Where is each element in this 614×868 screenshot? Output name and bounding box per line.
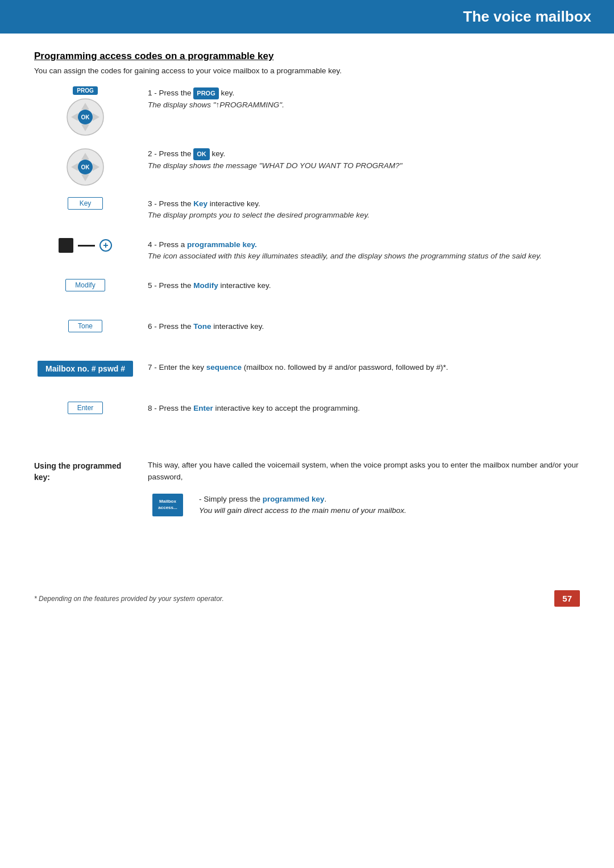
- step-2-icon: OK: [34, 147, 148, 187]
- step-3-plain: 3 - Press the: [148, 199, 193, 208]
- step-5-after: interactive key.: [218, 281, 271, 290]
- step-7-text: 7 - Enter the key sequence (mailbox no. …: [148, 361, 580, 373]
- using-section: Using the programmed key: This way, afte…: [34, 460, 580, 516]
- step-2-text: 2 - Press the OK key. The display shows …: [148, 147, 580, 172]
- mailbox-sequence-display: Mailbox no. # pswd #: [38, 361, 133, 377]
- step-3-text: 3 - Press the Key interactive key. The d…: [148, 197, 580, 222]
- step-1-plain: 1 - Press the: [148, 89, 193, 97]
- step-1-italic: The display shows "↑PROGRAMMING".: [148, 101, 284, 109]
- step-6-plain: 6 - Press the: [148, 322, 193, 331]
- footer: * Depending on the features provided by …: [0, 590, 614, 607]
- nav-pad-svg: OK: [65, 97, 105, 137]
- programmed-key-label: programmed key: [263, 495, 325, 503]
- key-interactive-display: Key: [68, 197, 103, 210]
- step-3-after: interactive key.: [208, 199, 260, 208]
- section-title: Programming access codes on a programmab…: [34, 51, 580, 62]
- mailbox-key-icon: Mailbox access...: [148, 494, 188, 516]
- intro-text: You can assign the codes for gaining acc…: [34, 66, 580, 75]
- modify-interactive-display: Modify: [65, 279, 105, 291]
- step-4-plain: 4 - Press a: [148, 240, 187, 249]
- mailbox-key-line2: access...: [158, 505, 177, 511]
- step-7-after: (mailbox no. followed by # and/or passwo…: [242, 363, 448, 372]
- dash-line-icon: [78, 245, 95, 247]
- step-8-icon: Enter: [34, 402, 148, 414]
- step-8-plain: 8 - Press the: [148, 404, 193, 412]
- step-4-text: 4 - Press a programmable key. The icon a…: [148, 238, 580, 262]
- prog-badge: PROG: [73, 86, 97, 95]
- step-row-3: Key 3 - Press the Key interactive key. T…: [34, 197, 580, 228]
- tone-label-inline: Tone: [193, 322, 211, 331]
- step-5-icon: Modify: [34, 279, 148, 291]
- step-1-after: key.: [219, 89, 235, 97]
- step-6-icon: Tone: [34, 320, 148, 332]
- plus-circle-icon: +: [99, 239, 112, 252]
- using-icon-row: Mailbox access... - Simply press the pro…: [148, 494, 580, 517]
- header-title: The voice mailbox: [463, 8, 591, 25]
- using-label-line2: key:: [34, 473, 50, 482]
- svg-text:OK: OK: [81, 114, 90, 120]
- step-row-8: Enter 8 - Press the Enter interactive ke…: [34, 402, 580, 432]
- step-2-plain: 2 - Press the: [148, 149, 193, 158]
- step-2-italic: The display shows the message "WHAT DO Y…: [148, 161, 402, 170]
- step-5-plain: 5 - Press the: [148, 281, 193, 290]
- mailbox-key-square: Mailbox access...: [152, 494, 183, 516]
- key-label-inline: Key: [193, 199, 208, 208]
- step-6-after: interactive key.: [211, 322, 264, 331]
- prog-key-label-inline: programmable key.: [187, 240, 257, 249]
- step-row-7: Mailbox no. # pswd # 7 - Enter the key s…: [34, 361, 580, 391]
- mailbox-key-line1: Mailbox: [159, 499, 176, 504]
- step-2-after: key.: [210, 149, 226, 158]
- black-square-icon: [59, 238, 73, 253]
- using-icon-text: - Simply press the programmed key. You w…: [199, 494, 580, 517]
- step-row-1: PROG OK: [34, 86, 580, 137]
- step-row-5: Modify 5 - Press the Modify interactive …: [34, 279, 580, 310]
- step-8-text: 8 - Press the Enter interactive key to a…: [148, 402, 580, 414]
- ok-badge: OK: [193, 148, 210, 160]
- sequence-label-inline: sequence: [206, 363, 242, 372]
- using-description: This way, after you have called the voic…: [148, 461, 579, 481]
- step-8-after: interactive key to accept the programmin…: [213, 404, 360, 412]
- step-4-italic: The icon associated with this key illumi…: [148, 252, 542, 260]
- icon-text-after: .: [325, 495, 327, 503]
- page-number-badge: 57: [554, 590, 580, 607]
- nav-pad-svg-2: OK: [65, 147, 105, 187]
- step-1-text: 1 - Press the PROG key. The display show…: [148, 86, 580, 111]
- svg-text:OK: OK: [81, 164, 90, 170]
- icon-italic: You will gain direct access to the main …: [199, 506, 406, 515]
- prog-key-badge: PROG: [193, 87, 218, 99]
- step-7-icon: Mailbox no. # pswd #: [34, 361, 148, 377]
- step-3-italic: The display prompts you to select the de…: [148, 211, 370, 219]
- step-4-icon: +: [34, 238, 148, 253]
- steps-area: PROG OK: [34, 86, 580, 443]
- icon-text-plain: - Simply press the: [199, 495, 263, 503]
- step-row-6: Tone 6 - Press the Tone interactive key.: [34, 320, 580, 350]
- prog-key-visual: +: [59, 238, 112, 253]
- tone-interactive-display: Tone: [68, 320, 102, 332]
- using-label-line1: Using the programmed: [34, 461, 121, 470]
- step-1-icon: PROG OK: [34, 86, 148, 137]
- enter-label-inline: Enter: [193, 404, 213, 412]
- using-label: Using the programmed key:: [34, 460, 131, 516]
- step-row-4: + 4 - Press a programmable key. The icon…: [34, 238, 580, 269]
- main-content: Programming access codes on a programmab…: [0, 34, 614, 533]
- enter-interactive-display: Enter: [68, 402, 103, 414]
- prog-nav-container: PROG OK: [65, 86, 105, 137]
- step-6-text: 6 - Press the Tone interactive key.: [148, 320, 580, 332]
- footer-note: * Depending on the features provided by …: [34, 595, 224, 603]
- step-3-icon: Key: [34, 197, 148, 210]
- step-row-2: OK 2 - Press the OK key. The display sho…: [34, 147, 580, 187]
- step-5-text: 5 - Press the Modify interactive key.: [148, 279, 580, 291]
- modify-label-inline: Modify: [193, 281, 218, 290]
- page-header: The voice mailbox: [0, 0, 614, 34]
- step-7-plain: 7 - Enter the key: [148, 363, 206, 372]
- using-content: This way, after you have called the voic…: [148, 460, 580, 516]
